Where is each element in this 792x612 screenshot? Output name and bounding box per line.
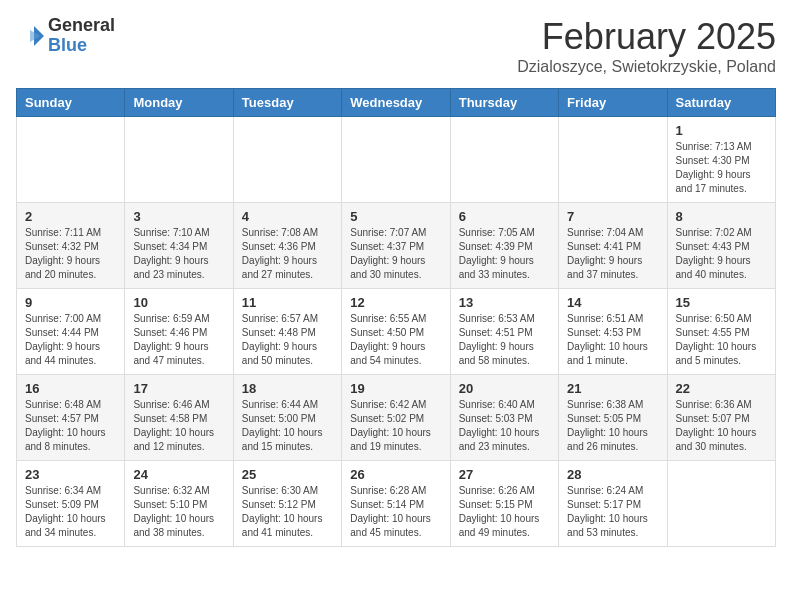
weekday-header: Tuesday <box>233 89 341 117</box>
weekday-header: Thursday <box>450 89 558 117</box>
day-info: Sunrise: 6:44 AM Sunset: 5:00 PM Dayligh… <box>242 398 333 454</box>
calendar-cell: 28Sunrise: 6:24 AM Sunset: 5:17 PM Dayli… <box>559 461 667 547</box>
calendar-cell: 3Sunrise: 7:10 AM Sunset: 4:34 PM Daylig… <box>125 203 233 289</box>
weekday-header: Saturday <box>667 89 775 117</box>
day-number: 24 <box>133 467 224 482</box>
day-info: Sunrise: 6:30 AM Sunset: 5:12 PM Dayligh… <box>242 484 333 540</box>
day-number: 11 <box>242 295 333 310</box>
weekday-header: Wednesday <box>342 89 450 117</box>
calendar-cell: 8Sunrise: 7:02 AM Sunset: 4:43 PM Daylig… <box>667 203 775 289</box>
day-number: 4 <box>242 209 333 224</box>
calendar-cell: 15Sunrise: 6:50 AM Sunset: 4:55 PM Dayli… <box>667 289 775 375</box>
calendar-week-row: 2Sunrise: 7:11 AM Sunset: 4:32 PM Daylig… <box>17 203 776 289</box>
calendar-cell: 21Sunrise: 6:38 AM Sunset: 5:05 PM Dayli… <box>559 375 667 461</box>
calendar-week-row: 16Sunrise: 6:48 AM Sunset: 4:57 PM Dayli… <box>17 375 776 461</box>
day-number: 8 <box>676 209 767 224</box>
page-header: General Blue February 2025 Dzialoszyce, … <box>16 16 776 76</box>
calendar-cell: 5Sunrise: 7:07 AM Sunset: 4:37 PM Daylig… <box>342 203 450 289</box>
day-number: 23 <box>25 467 116 482</box>
weekday-header: Friday <box>559 89 667 117</box>
calendar-cell: 12Sunrise: 6:55 AM Sunset: 4:50 PM Dayli… <box>342 289 450 375</box>
calendar-cell: 20Sunrise: 6:40 AM Sunset: 5:03 PM Dayli… <box>450 375 558 461</box>
calendar-cell: 24Sunrise: 6:32 AM Sunset: 5:10 PM Dayli… <box>125 461 233 547</box>
calendar-cell <box>17 117 125 203</box>
day-number: 25 <box>242 467 333 482</box>
day-info: Sunrise: 6:38 AM Sunset: 5:05 PM Dayligh… <box>567 398 658 454</box>
day-info: Sunrise: 7:00 AM Sunset: 4:44 PM Dayligh… <box>25 312 116 368</box>
day-info: Sunrise: 6:26 AM Sunset: 5:15 PM Dayligh… <box>459 484 550 540</box>
day-info: Sunrise: 6:24 AM Sunset: 5:17 PM Dayligh… <box>567 484 658 540</box>
day-number: 14 <box>567 295 658 310</box>
day-info: Sunrise: 7:05 AM Sunset: 4:39 PM Dayligh… <box>459 226 550 282</box>
day-info: Sunrise: 6:32 AM Sunset: 5:10 PM Dayligh… <box>133 484 224 540</box>
title-area: February 2025 Dzialoszyce, Swietokrzyski… <box>517 16 776 76</box>
calendar-cell: 22Sunrise: 6:36 AM Sunset: 5:07 PM Dayli… <box>667 375 775 461</box>
calendar-cell: 9Sunrise: 7:00 AM Sunset: 4:44 PM Daylig… <box>17 289 125 375</box>
day-number: 16 <box>25 381 116 396</box>
calendar-cell: 27Sunrise: 6:26 AM Sunset: 5:15 PM Dayli… <box>450 461 558 547</box>
day-number: 7 <box>567 209 658 224</box>
day-number: 28 <box>567 467 658 482</box>
calendar-cell <box>559 117 667 203</box>
day-number: 9 <box>25 295 116 310</box>
logo-blue-text: Blue <box>48 35 87 55</box>
day-info: Sunrise: 6:48 AM Sunset: 4:57 PM Dayligh… <box>25 398 116 454</box>
calendar-subtitle: Dzialoszyce, Swietokrzyskie, Poland <box>517 58 776 76</box>
day-number: 1 <box>676 123 767 138</box>
calendar-cell: 17Sunrise: 6:46 AM Sunset: 4:58 PM Dayli… <box>125 375 233 461</box>
calendar-week-row: 23Sunrise: 6:34 AM Sunset: 5:09 PM Dayli… <box>17 461 776 547</box>
day-number: 5 <box>350 209 441 224</box>
calendar-cell: 11Sunrise: 6:57 AM Sunset: 4:48 PM Dayli… <box>233 289 341 375</box>
day-info: Sunrise: 6:53 AM Sunset: 4:51 PM Dayligh… <box>459 312 550 368</box>
calendar-cell <box>450 117 558 203</box>
calendar-cell: 26Sunrise: 6:28 AM Sunset: 5:14 PM Dayli… <box>342 461 450 547</box>
calendar-week-row: 1Sunrise: 7:13 AM Sunset: 4:30 PM Daylig… <box>17 117 776 203</box>
calendar-cell: 18Sunrise: 6:44 AM Sunset: 5:00 PM Dayli… <box>233 375 341 461</box>
weekday-header: Sunday <box>17 89 125 117</box>
day-info: Sunrise: 7:07 AM Sunset: 4:37 PM Dayligh… <box>350 226 441 282</box>
calendar-cell: 4Sunrise: 7:08 AM Sunset: 4:36 PM Daylig… <box>233 203 341 289</box>
day-number: 3 <box>133 209 224 224</box>
calendar-cell: 1Sunrise: 7:13 AM Sunset: 4:30 PM Daylig… <box>667 117 775 203</box>
calendar-cell: 10Sunrise: 6:59 AM Sunset: 4:46 PM Dayli… <box>125 289 233 375</box>
day-number: 21 <box>567 381 658 396</box>
logo-general-text: General <box>48 15 115 35</box>
day-info: Sunrise: 6:46 AM Sunset: 4:58 PM Dayligh… <box>133 398 224 454</box>
day-number: 15 <box>676 295 767 310</box>
day-number: 18 <box>242 381 333 396</box>
day-info: Sunrise: 6:51 AM Sunset: 4:53 PM Dayligh… <box>567 312 658 368</box>
day-info: Sunrise: 6:57 AM Sunset: 4:48 PM Dayligh… <box>242 312 333 368</box>
day-info: Sunrise: 7:02 AM Sunset: 4:43 PM Dayligh… <box>676 226 767 282</box>
day-number: 22 <box>676 381 767 396</box>
day-number: 10 <box>133 295 224 310</box>
day-number: 6 <box>459 209 550 224</box>
day-info: Sunrise: 6:59 AM Sunset: 4:46 PM Dayligh… <box>133 312 224 368</box>
calendar-cell: 23Sunrise: 6:34 AM Sunset: 5:09 PM Dayli… <box>17 461 125 547</box>
day-number: 12 <box>350 295 441 310</box>
weekday-header-row: SundayMondayTuesdayWednesdayThursdayFrid… <box>17 89 776 117</box>
calendar-cell: 19Sunrise: 6:42 AM Sunset: 5:02 PM Dayli… <box>342 375 450 461</box>
calendar-cell: 2Sunrise: 7:11 AM Sunset: 4:32 PM Daylig… <box>17 203 125 289</box>
calendar-cell: 25Sunrise: 6:30 AM Sunset: 5:12 PM Dayli… <box>233 461 341 547</box>
weekday-header: Monday <box>125 89 233 117</box>
calendar-title: February 2025 <box>517 16 776 58</box>
calendar-cell: 13Sunrise: 6:53 AM Sunset: 4:51 PM Dayli… <box>450 289 558 375</box>
calendar-cell <box>342 117 450 203</box>
day-number: 17 <box>133 381 224 396</box>
logo-icon <box>16 22 44 50</box>
day-info: Sunrise: 6:28 AM Sunset: 5:14 PM Dayligh… <box>350 484 441 540</box>
day-number: 20 <box>459 381 550 396</box>
calendar-week-row: 9Sunrise: 7:00 AM Sunset: 4:44 PM Daylig… <box>17 289 776 375</box>
day-number: 27 <box>459 467 550 482</box>
day-info: Sunrise: 7:04 AM Sunset: 4:41 PM Dayligh… <box>567 226 658 282</box>
calendar-cell <box>233 117 341 203</box>
calendar-cell: 16Sunrise: 6:48 AM Sunset: 4:57 PM Dayli… <box>17 375 125 461</box>
day-info: Sunrise: 6:34 AM Sunset: 5:09 PM Dayligh… <box>25 484 116 540</box>
calendar-table: SundayMondayTuesdayWednesdayThursdayFrid… <box>16 88 776 547</box>
day-info: Sunrise: 7:11 AM Sunset: 4:32 PM Dayligh… <box>25 226 116 282</box>
day-info: Sunrise: 6:36 AM Sunset: 5:07 PM Dayligh… <box>676 398 767 454</box>
day-number: 2 <box>25 209 116 224</box>
calendar-cell: 6Sunrise: 7:05 AM Sunset: 4:39 PM Daylig… <box>450 203 558 289</box>
calendar-cell: 14Sunrise: 6:51 AM Sunset: 4:53 PM Dayli… <box>559 289 667 375</box>
day-number: 26 <box>350 467 441 482</box>
